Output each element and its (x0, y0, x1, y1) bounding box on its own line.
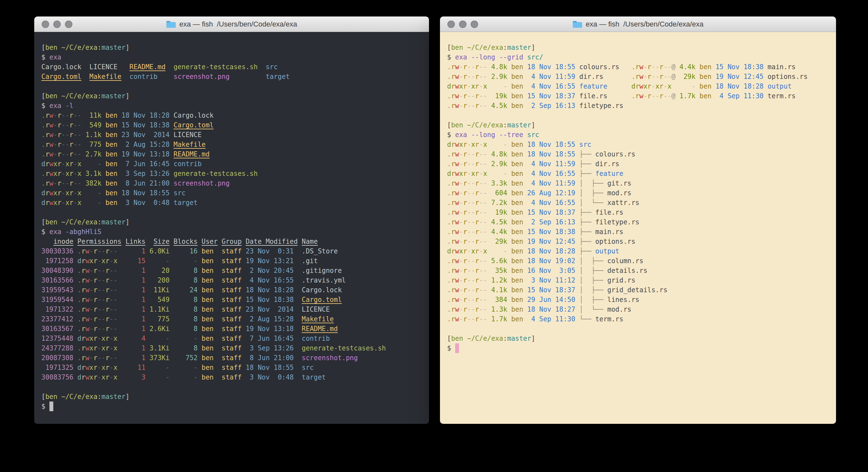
permission-char: - (73, 112, 77, 119)
permission-char: r (636, 73, 639, 81)
permission-char: d (447, 83, 451, 90)
terminal-text: 373Ki (145, 354, 169, 362)
terminal-text: Cargo.lock LICENCE (41, 63, 129, 71)
terminal-text: filetype.rs (575, 102, 623, 110)
terminal-text: 549 (82, 121, 101, 129)
terminal-text: 382k (82, 179, 101, 187)
permission-char: - (479, 160, 483, 168)
terminal-text: ] (531, 121, 535, 129)
permission-char: - (467, 189, 471, 197)
permission-char: - (98, 364, 101, 372)
terminal-text: 604 (487, 189, 507, 197)
permission-char: - (98, 374, 101, 381)
permission-char: d (41, 189, 45, 197)
terminal-text: src/ (527, 53, 544, 61)
permission-char: x (53, 160, 57, 168)
permission-char: r (475, 238, 479, 245)
terminal-text (61, 228, 65, 236)
terminal-text: │ ├── (575, 296, 607, 303)
permission-char: - (471, 305, 475, 313)
minimize-button[interactable] (459, 20, 466, 28)
terminal-line: 1971258 drwxr-xr-x 15 - - ben staff 19 N… (41, 256, 429, 266)
minimize-button[interactable] (53, 20, 61, 28)
permission-char: - (483, 199, 487, 207)
terminal-text: 2.9k (487, 73, 507, 81)
permission-char: - (483, 102, 487, 110)
terminal-text: ben (507, 170, 523, 177)
terminal-content[interactable]: [ben ~/C/e/exa:master]$ exaCargo.lock LI… (34, 32, 429, 424)
permission-char: r (463, 63, 467, 71)
permission-char: - (467, 92, 471, 100)
permission-char: - (467, 83, 471, 90)
permission-char: - (479, 73, 483, 81)
terminal-text: 19 Nov 13:18 (242, 325, 293, 333)
terminal-text (82, 73, 90, 81)
terminal-text: $ (447, 131, 455, 139)
permission-char: w (455, 218, 459, 226)
permission-char: - (61, 141, 65, 148)
permission-char: - (90, 296, 93, 303)
terminal-line: .rw-r--r-- 384 ben 29 Jun 14:50 │ ├── li… (447, 295, 836, 304)
titlebar[interactable]: exa — fish /Users/ben/Code/exa/exa (440, 17, 836, 32)
terminal-text: 31959543 (41, 286, 73, 294)
terminal-text: Group (222, 238, 242, 245)
permission-char: r (463, 305, 467, 313)
permission-char: r (82, 334, 85, 342)
terminal-text: 8 (169, 344, 198, 352)
permission-char: - (483, 267, 487, 274)
zoom-button[interactable] (65, 20, 72, 28)
permission-char: - (61, 131, 65, 139)
permission-char: - (467, 228, 471, 236)
close-button[interactable] (42, 20, 49, 28)
permission-char: x (65, 170, 69, 177)
terminal-text: src (575, 141, 591, 148)
permission-char: - (90, 267, 93, 274)
terminal-text (523, 53, 527, 61)
terminal-text: 20 (145, 267, 169, 274)
permission-char: - (467, 199, 471, 207)
terminal-text: 752 (169, 354, 198, 362)
close-button[interactable] (447, 20, 455, 28)
terminal-text: 4 Sep 11:30 (712, 92, 764, 100)
terminal-line: .rw-r--r-- 4.5k ben 2 Sep 16:13 filetype… (447, 101, 836, 111)
terminal-text: 1.1k (82, 131, 101, 139)
terminal-content[interactable]: [ben ~/C/e/exa:master]$ exa --long --gri… (440, 32, 836, 424)
terminal-text: LICENCE (293, 305, 330, 313)
permission-char: r (451, 218, 455, 226)
terminal-text: exa (455, 53, 467, 61)
permission-char: - (65, 131, 69, 139)
permission-char: r (69, 112, 73, 119)
zoom-button[interactable] (471, 20, 478, 28)
terminal-text: master (507, 334, 531, 342)
terminal-text: 3 Nov 11:12 (523, 276, 575, 284)
terminal-text: staff (218, 296, 242, 303)
terminal-text: ben (507, 179, 523, 187)
permission-char: w (455, 247, 459, 255)
terminal-text: 16 Nov 3:05 (523, 267, 575, 274)
permission-char: w (85, 344, 89, 352)
permission-char: r (475, 160, 479, 168)
titlebar[interactable]: exa — fish /Users/ben/Code/exa/exa (34, 17, 429, 32)
terminal-line: 30163567 .rw-r--r-- 1 2.6Ki 8 ben staff … (41, 324, 429, 334)
permission-char: - (98, 276, 101, 284)
terminal-text (169, 150, 174, 158)
permission-char: d (78, 257, 82, 265)
terminal-text: generate-testcases.sh (293, 344, 386, 352)
terminal-text: │ └── (575, 199, 607, 207)
permission-char: r (58, 112, 61, 119)
permission-char: r (451, 189, 455, 197)
permission-char: - (644, 92, 647, 100)
permission-char: w (85, 364, 89, 372)
permission-char: - (110, 267, 114, 274)
permission-char: d (631, 83, 635, 90)
permission-char: - (467, 276, 471, 284)
terminal-line: .rw-r--r-- 1.7k ben 4 Sep 11:30 └── term… (447, 314, 836, 324)
permission-char: x (65, 160, 69, 168)
terminal-text: Blocks (174, 238, 197, 245)
terminal-text: 24 (169, 286, 198, 294)
permission-char: r (45, 121, 49, 129)
terminal-text (169, 141, 174, 148)
permission-char: r (82, 276, 85, 284)
permission-char: r (463, 170, 467, 177)
terminal-line: .rw-r--r-- 5.6k ben 18 Nov 19:02 │ ├── c… (447, 256, 836, 266)
